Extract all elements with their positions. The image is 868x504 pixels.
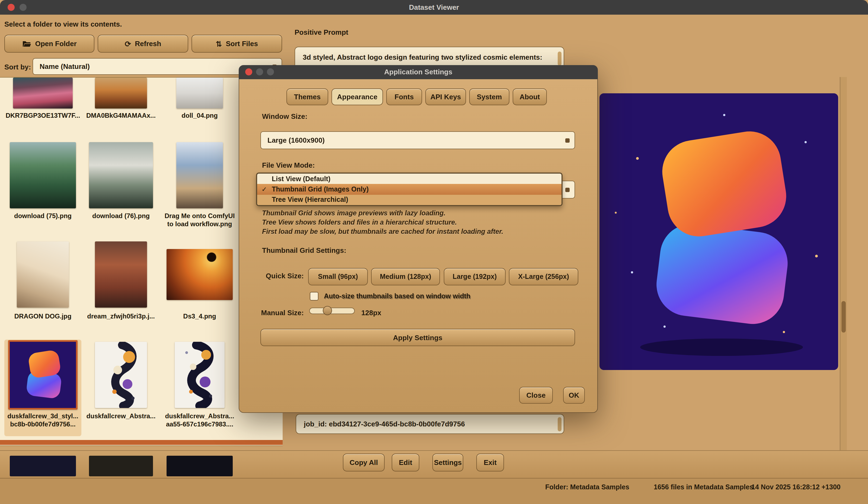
refresh-icon: ⟳ <box>125 40 131 48</box>
quick-size-xlarge-button[interactable]: X-Large (256px) <box>509 268 578 285</box>
description-line: First load may be slow, but thumbnails a… <box>262 228 504 235</box>
application-settings-dialog: Application Settings Themes Appearance F… <box>239 65 598 413</box>
file-name[interactable]: dream_zfwjh05ri3p.j... <box>82 312 160 321</box>
sort-files-label: Sort Files <box>226 40 258 48</box>
quick-size-large-button[interactable]: Large (192px) <box>444 268 506 285</box>
sort-icon: ⇅ <box>216 40 222 48</box>
settings-button[interactable]: Settings <box>432 454 463 472</box>
window-title: Dataset Viewer <box>0 3 868 11</box>
file-name[interactable]: DMA0BkG4MAMAAx... <box>82 112 160 120</box>
folder-icon <box>22 40 31 48</box>
file-name[interactable]: Ds3_4.png <box>161 312 239 321</box>
description-line: Thumbnail Grid shows image previews with… <box>262 209 446 217</box>
positive-prompt-label: Positive Prompt <box>294 28 348 37</box>
logo-art <box>10 342 76 408</box>
dialog-title: Application Settings <box>239 68 598 76</box>
apply-settings-button[interactable]: Apply Settings <box>260 329 575 346</box>
file-thumbnail-partial[interactable] <box>89 456 153 476</box>
manual-size-slider[interactable] <box>309 308 355 314</box>
autosize-checkbox[interactable] <box>310 292 319 300</box>
file-name[interactable]: download (76).png <box>82 212 160 220</box>
window-size-label: Window Size: <box>262 112 307 121</box>
open-folder-label: Open Folder <box>35 40 76 48</box>
option-thumbnail-grid[interactable]: ✓ Thumbnail Grid (Images Only) <box>257 184 561 195</box>
tab-themes[interactable]: Themes <box>287 89 328 105</box>
swirl-art <box>95 342 147 408</box>
file-thumbnail[interactable] <box>17 241 69 308</box>
dataset-viewer-window: Dataset Viewer Select a folder to view i… <box>0 0 868 504</box>
refresh-label: Refresh <box>135 40 161 48</box>
file-thumbnail[interactable] <box>95 78 147 109</box>
file-view-mode-label: File View Mode: <box>262 161 315 169</box>
job-id-scrollbar[interactable] <box>558 417 561 431</box>
file-name[interactable]: Drag Me onto ComfyUIto load workflow.png <box>161 212 239 228</box>
file-thumbnail-partial[interactable] <box>167 456 233 476</box>
sort-by-label: Sort by: <box>4 63 31 71</box>
slider-thumb[interactable] <box>323 306 332 315</box>
edit-button[interactable]: Edit <box>392 454 419 472</box>
horizontal-scrollbar[interactable] <box>0 440 283 445</box>
file-thumbnail[interactable] <box>175 342 225 408</box>
window-size-dropdown[interactable]: Large (1600x900) <box>260 131 575 149</box>
job-id-text: job_id: ebd34127-3ce9-465d-bc8b-0b00fe7d… <box>304 420 465 428</box>
option-tree-view[interactable]: Tree View (Hierarchical) <box>257 195 561 205</box>
dialog-body <box>239 79 598 413</box>
file-thumbnail[interactable] <box>10 142 76 208</box>
tab-api-keys[interactable]: API Keys <box>425 89 466 105</box>
dialog-titlebar: Application Settings <box>239 65 598 79</box>
ok-button[interactable]: OK <box>563 387 585 404</box>
status-timestamp: 14 Nov 2025 16:28:12 +1300 <box>751 483 840 491</box>
quick-size-label: Quick Size: <box>239 272 304 280</box>
quick-size-small-button[interactable]: Small (96px) <box>308 268 368 285</box>
file-name[interactable]: duskfallcrew_Abstra... <box>82 412 160 420</box>
tab-appearance[interactable]: Appearance <box>331 89 383 105</box>
file-view-mode-list: List View (Default) ✓ Thumbnail Grid (Im… <box>256 173 562 206</box>
status-bar: Folder: Metadata Samples 1656 files in M… <box>0 478 868 504</box>
manual-size-value: 128px <box>361 309 381 317</box>
option-list-view[interactable]: List View (Default) <box>257 174 561 184</box>
file-thumbnail[interactable] <box>95 342 147 408</box>
logo-preview-art <box>599 93 838 370</box>
quick-size-medium-button[interactable]: Medium (128px) <box>371 268 440 285</box>
folder-hint-label: Select a folder to view its contents. <box>4 20 122 28</box>
file-thumbnail[interactable] <box>176 142 223 208</box>
close-button[interactable]: Close <box>519 387 553 404</box>
vertical-scrollbar[interactable] <box>840 77 847 450</box>
check-icon: ✓ <box>261 186 267 193</box>
file-name[interactable]: download (75).png <box>4 212 82 220</box>
dropdown-indicator-icon <box>565 187 570 192</box>
file-name-selected[interactable]: duskfallcrew_3d_styl...bc8b-0b00fe7d9756… <box>4 412 82 429</box>
status-file-count: 1656 files in Metadata Samples <box>654 483 753 491</box>
dropdown-indicator-icon <box>565 138 570 142</box>
file-name[interactable]: DRAGON DOG.jpg <box>4 312 82 321</box>
file-thumbnail[interactable] <box>89 142 153 208</box>
tab-system[interactable]: System <box>469 89 509 105</box>
prompt-scrollbar[interactable] <box>558 52 561 66</box>
file-thumbnail-selected[interactable] <box>8 340 78 410</box>
file-thumbnail[interactable] <box>176 78 223 109</box>
swirl-art <box>175 342 225 408</box>
description-line: Tree View shows folders and files in a h… <box>262 219 457 226</box>
exit-button[interactable]: Exit <box>476 454 504 472</box>
file-name[interactable]: duskfallcrew_Abstra...aa55-657c196c7983.… <box>161 412 239 429</box>
job-id-textbox[interactable]: job_id: ebd34127-3ce9-465d-bc8b-0b00fe7d… <box>296 414 564 434</box>
file-name[interactable]: DKR7BGP3OE13TW7F... <box>4 112 82 120</box>
file-thumbnail[interactable] <box>167 249 233 300</box>
tab-fonts[interactable]: Fonts <box>386 89 422 105</box>
file-thumbnail[interactable] <box>95 241 147 308</box>
file-thumbnail[interactable] <box>13 78 73 109</box>
window-size-value: Large (1600x900) <box>267 136 325 144</box>
scrollbar-thumb[interactable] <box>841 301 846 332</box>
file-thumbnail-partial[interactable] <box>10 456 76 476</box>
image-preview[interactable] <box>599 93 838 370</box>
sort-files-button[interactable]: ⇅ Sort Files <box>192 35 282 53</box>
refresh-button[interactable]: ⟳ Refresh <box>98 35 188 53</box>
open-folder-button[interactable]: Open Folder <box>4 35 94 53</box>
sort-by-value: Name (Natural) <box>40 62 90 71</box>
file-name[interactable]: doll_04.png <box>161 112 239 120</box>
autosize-label: Auto-size thumbnails based on window wid… <box>324 292 471 300</box>
grid-settings-label: Thumbnail Grid Settings: <box>262 246 347 255</box>
copy-all-button[interactable]: Copy All <box>343 454 385 472</box>
manual-size-label: Manual Size: <box>239 309 304 317</box>
tab-about[interactable]: About <box>513 89 547 105</box>
